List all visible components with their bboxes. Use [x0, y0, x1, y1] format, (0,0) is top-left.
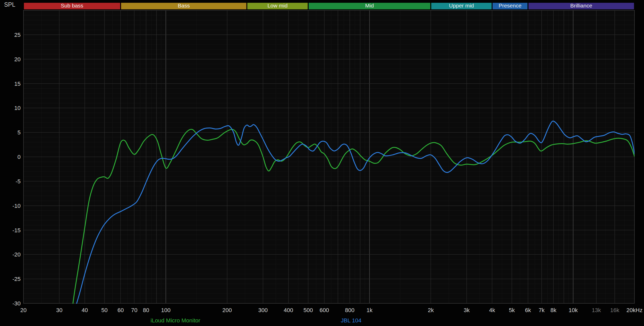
band-label: Mid: [365, 3, 374, 8]
x-tick-70: 70: [131, 307, 137, 313]
x-tick-80: 80: [143, 307, 149, 313]
band-bass: Bass: [121, 3, 247, 10]
band-brilliance: Brilliance: [528, 3, 634, 10]
x-tick-20: 20: [20, 307, 27, 313]
y-tick--15: -15: [12, 227, 21, 234]
x-tick-300: 300: [258, 307, 268, 313]
y-tick-15: 15: [14, 81, 21, 87]
frequency-bands: Sub bassBassLow midMidUpper midPresenceB…: [24, 3, 634, 10]
x-tick-2k: 2k: [428, 307, 434, 313]
x-tick-50: 50: [101, 307, 107, 313]
y-tick-25: 25: [14, 32, 21, 38]
band-label: Brilliance: [570, 3, 592, 8]
band-label: Presence: [499, 3, 522, 8]
band-mid: Mid: [308, 3, 430, 10]
x-tick-13k: 13k: [592, 307, 601, 313]
band-label: Bass: [178, 3, 190, 8]
x-tick-60: 60: [117, 307, 124, 313]
x-tick-4k: 4k: [489, 307, 495, 313]
x-tick-1k: 1k: [367, 307, 373, 313]
x-tick-200: 200: [222, 307, 232, 313]
band-low-mid: Low mid: [247, 3, 308, 10]
y-axis-ticks: 2520151050-5-10-15-20-25-30: [12, 32, 21, 307]
band-label: Sub bass: [61, 3, 83, 8]
legend-item-iloud-micro-monitor: iLoud Micro Monitor: [150, 317, 200, 324]
x-tick-6k: 6k: [525, 307, 531, 313]
x-tick-10k: 10k: [569, 307, 578, 313]
legend-item-jbl-104: JBL 104: [341, 317, 361, 324]
x-tick-7k: 7k: [539, 307, 545, 313]
band-upper-mid: Upper mid: [431, 3, 492, 10]
y-tick--5: -5: [15, 178, 21, 185]
grid: [23, 10, 634, 303]
band-sub-bass: Sub bass: [24, 3, 120, 10]
x-axis-ticks: 203040506070801002003004005006008001k2k3…: [20, 307, 642, 313]
x-tick-500: 500: [303, 307, 313, 313]
band-label: Low mid: [267, 3, 287, 8]
x-tick-600: 600: [320, 307, 329, 313]
x-tick-5k: 5k: [509, 307, 515, 313]
y-tick--10: -10: [12, 203, 21, 209]
x-tick-8k: 8k: [550, 307, 557, 313]
x-tick-20kHz: 20kHz: [626, 307, 642, 313]
y-tick-0: 0: [18, 154, 21, 160]
band-presence: Presence: [492, 3, 528, 10]
x-tick-40: 40: [82, 307, 88, 313]
band-label: Upper mid: [449, 3, 474, 8]
y-tick--25: -25: [12, 276, 21, 282]
x-tick-400: 400: [284, 307, 293, 313]
y-tick-5: 5: [18, 129, 21, 136]
y-axis-title: SPL: [4, 1, 15, 8]
x-tick-30: 30: [56, 307, 62, 313]
spl-frequency-response-app: Sub bassBassLow midMidUpper midPresenceB…: [0, 0, 644, 326]
y-tick--30: -30: [12, 300, 21, 307]
legend: iLoud Micro MonitorJBL 104: [150, 317, 361, 324]
y-tick-10: 10: [14, 105, 21, 111]
x-tick-800: 800: [345, 307, 354, 313]
x-tick-16k: 16k: [610, 307, 620, 313]
y-tick--20: -20: [12, 251, 21, 258]
x-tick-3k: 3k: [464, 307, 470, 313]
spl-frequency-chart: Sub bassBassLow midMidUpper midPresenceB…: [0, 0, 644, 326]
y-tick-20: 20: [14, 56, 21, 63]
x-tick-100: 100: [161, 307, 171, 313]
